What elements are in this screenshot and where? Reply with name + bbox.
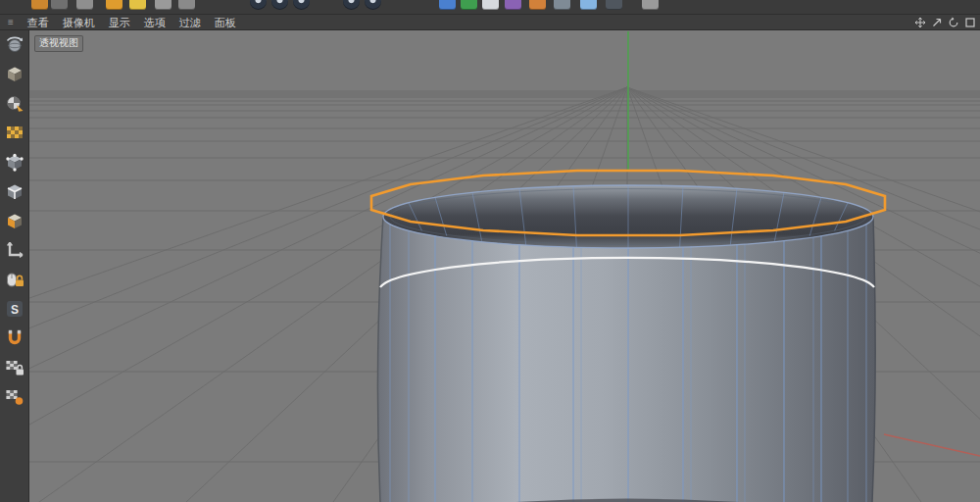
lock-axis-icon[interactable] [4,269,25,290]
workplane-mode-icon[interactable] [4,122,25,143]
add-generator-icon[interactable] [505,0,521,10]
misc-tool-icon[interactable] [642,0,659,10]
viewport-menubar: ≡ 查看 摄像机 显示 选项 过滤 面板 [0,15,980,30]
snap-icon[interactable] [4,327,25,349]
add-spline-icon[interactable] [461,0,477,10]
render-view-icon[interactable] [365,0,381,10]
left-tool-sidebar: S [0,30,29,502]
points-mode-icon[interactable] [4,151,25,173]
scale-tool-icon[interactable] [129,0,146,10]
top-toolbar [0,0,980,15]
edges-mode-icon[interactable] [4,180,25,202]
menu-grip-icon[interactable]: ≡ [8,15,14,30]
x-axis-line [884,434,980,456]
add-array-icon[interactable] [580,0,597,10]
add-primitive-icon[interactable] [439,0,456,10]
svg-text:S: S [10,303,18,317]
lock-workplane-icon[interactable] [4,357,25,378]
workplane-grid-icon[interactable] [4,386,25,408]
texture-mode-icon[interactable] [4,92,25,114]
menu-filter[interactable]: 过滤 [179,15,201,30]
last-used-tool-icon[interactable] [178,0,195,10]
redo-icon[interactable] [51,0,68,10]
z-axis-lock-icon[interactable] [293,0,310,10]
menu-camera[interactable]: 摄像机 [63,15,95,30]
y-axis-lock-icon[interactable] [271,0,288,10]
rotate-tool-icon[interactable] [155,0,172,10]
viewport-canvas[interactable] [29,30,980,502]
rotate-view-icon[interactable] [948,17,959,28]
selection-tool-icon[interactable] [76,0,93,10]
undo-icon[interactable] [31,0,48,10]
pen-tool-icon[interactable] [482,0,499,10]
cylinder-body[interactable] [378,217,876,502]
polygons-mode-icon[interactable] [4,210,25,231]
pan-icon[interactable] [914,17,926,28]
cylinder-object[interactable] [371,171,885,502]
x-axis-lock-icon[interactable] [250,0,267,10]
add-light-icon[interactable] [606,0,622,10]
add-deformer-icon[interactable] [529,0,546,10]
viewport-nav-icons [914,17,976,28]
viewport-solo-icon[interactable]: S [4,298,25,320]
menu-options[interactable]: 选项 [144,15,166,30]
viewport-label[interactable]: 透视视图 [34,35,83,52]
menu-display[interactable]: 显示 [109,15,130,30]
zoom-icon[interactable] [931,17,943,28]
maximize-view-icon[interactable] [964,17,976,28]
axis-mode-icon[interactable] [4,239,25,261]
cinema4d-window: ≡ 查看 摄像机 显示 选项 过滤 面板 [0,0,980,502]
model-mode-icon[interactable] [4,63,25,84]
add-camera-icon[interactable] [554,0,570,10]
coordinate-system-icon[interactable] [343,0,360,10]
menu-panel[interactable]: 面板 [215,15,236,30]
menu-view[interactable]: 查看 [27,15,49,30]
make-editable-icon[interactable] [4,33,25,55]
perspective-viewport[interactable]: 透视视图 [29,30,980,502]
move-tool-icon[interactable] [106,0,122,10]
